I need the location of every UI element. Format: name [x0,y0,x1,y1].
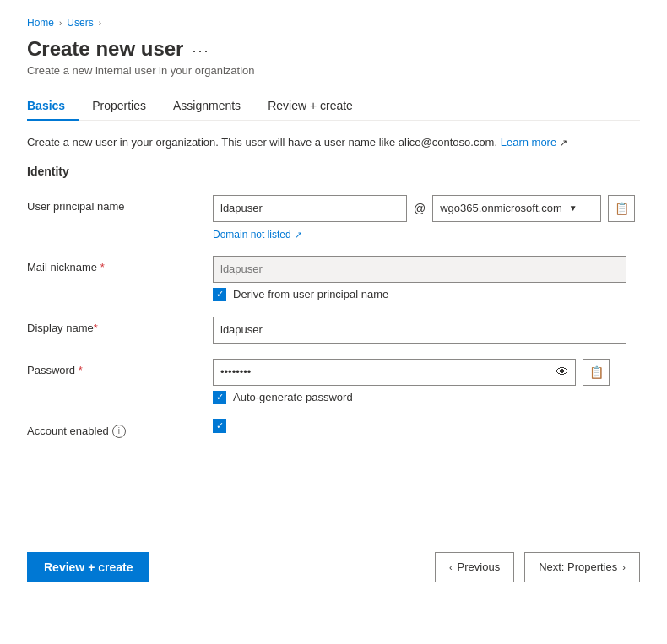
auto-generate-checkbox-row: ✓ Auto-generate password [213,391,640,404]
breadcrumb-home[interactable]: Home [27,17,54,29]
breadcrumb: Home › Users › [27,17,640,29]
password-control: 👁︎ 📋 ✓ Auto-generate password [213,359,640,404]
upn-input[interactable] [213,195,407,222]
upn-control: @ wgo365.onmicrosoft.com ▼ 📋 Domain not … [213,195,640,241]
display-name-label: Display name* [27,317,213,334]
at-sign: @ [414,202,426,215]
next-label: Next: Properties [539,560,617,573]
identity-section-title: Identity [27,165,640,178]
upn-copy-button[interactable]: 📋 [608,195,635,222]
external-link-icon: ↗ [560,138,567,148]
mail-nickname-control: ✓ Derive from user principal name [213,256,640,301]
account-enabled-info-icon[interactable]: i [112,425,126,438]
page-subtitle: Create a new internal user in your organ… [27,64,640,77]
show-password-icon[interactable]: 👁︎ [556,365,569,380]
display-name-required: * [94,322,98,334]
mail-nickname-required: * [97,261,105,273]
auto-generate-checkbox[interactable]: ✓ [213,391,226,404]
previous-button[interactable]: ‹ Previous [435,552,514,582]
account-enabled-checkbox-row: ✓ [213,419,640,433]
password-wrapper: 👁︎ [213,359,576,386]
mail-nickname-input [213,256,626,283]
account-enabled-row: Account enabled i ✓ [27,419,640,438]
next-chevron-icon: › [622,562,626,572]
upn-label: User principal name [27,195,213,213]
display-name-control [213,317,640,344]
auto-generate-checkmark: ✓ [216,392,224,402]
mail-nickname-row: Mail nickname * ✓ Derive from user princ… [27,256,640,301]
footer: Review + create ‹ Previous Next: Propert… [0,538,667,596]
upn-row: User principal name @ wgo365.onmicrosoft… [27,195,640,241]
tab-info-text: Create a new user in your organization. … [27,134,640,151]
derive-checkbox-label: Derive from user principal name [233,288,388,300]
derive-checkmark: ✓ [216,290,224,299]
account-enabled-checkmark: ✓ [216,421,224,430]
account-enabled-label: Account enabled i [27,419,213,438]
tab-bar: Basics Properties Assignments Review + c… [27,92,640,121]
more-options-button[interactable]: ··· [192,42,209,60]
password-copy-button[interactable]: 📋 [583,359,610,386]
password-input[interactable] [213,359,576,386]
account-enabled-checkbox[interactable]: ✓ [213,419,226,433]
previous-chevron-icon: ‹ [449,562,453,572]
mail-nickname-label: Mail nickname * [27,256,213,273]
breadcrumb-chevron-1: › [59,19,62,28]
tab-assignments[interactable]: Assignments [160,92,254,121]
auto-generate-checkbox-label: Auto-generate password [233,391,353,403]
display-name-input[interactable] [213,317,626,344]
password-required: * [79,364,83,376]
password-label: Password * [27,359,213,376]
password-row: Password * 👁︎ 📋 ✓ Auto-generate [27,359,640,404]
identity-form: User principal name @ wgo365.onmicrosoft… [27,195,640,470]
domain-select[interactable]: wgo365.onmicrosoft.com ▼ [432,195,601,222]
account-enabled-control: ✓ [213,419,640,433]
password-input-row: 👁︎ 📋 [213,359,640,386]
tab-basics[interactable]: Basics [27,92,79,121]
copy-icon: 📋 [615,202,629,215]
display-name-row: Display name* [27,317,640,344]
previous-label: Previous [458,560,501,573]
tab-properties[interactable]: Properties [79,92,160,121]
next-button[interactable]: Next: Properties › [524,552,640,582]
derive-checkbox[interactable]: ✓ [213,288,226,301]
upn-input-row: @ wgo365.onmicrosoft.com ▼ 📋 [213,195,640,222]
domain-value: wgo365.onmicrosoft.com [440,202,562,214]
page-header: Create new user ··· [27,37,640,61]
domain-not-listed-ext-icon: ↗ [295,230,302,240]
breadcrumb-chevron-2: › [99,19,101,28]
breadcrumb-users[interactable]: Users [67,17,93,29]
page-title: Create new user [27,37,183,61]
derive-checkbox-row: ✓ Derive from user principal name [213,288,640,301]
learn-more-link[interactable]: Learn more [501,136,556,149]
chevron-down-icon: ▼ [569,203,594,213]
password-copy-icon: 📋 [589,365,604,379]
tab-review-create[interactable]: Review + create [254,92,366,121]
review-create-button[interactable]: Review + create [27,552,149,582]
domain-not-listed-link[interactable]: Domain not listed [213,229,291,241]
